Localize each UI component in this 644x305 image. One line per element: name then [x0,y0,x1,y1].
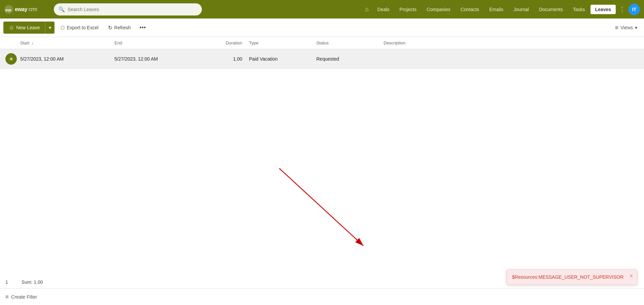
search-bar[interactable]: 🔍 [54,3,202,15]
new-leave-dropdown-button[interactable]: ▾ [45,22,55,34]
nav-links: ⌂ Deals Projects Companies Contacts Emai… [362,4,640,15]
new-leave-button[interactable]: ☺ New Leave [3,22,45,34]
nav-more-button[interactable]: ⋮ [616,4,628,15]
col-header-end[interactable]: End [114,40,209,45]
table-header: Start ↓ End Duration Type Status Descrip… [0,37,644,49]
nav-emails[interactable]: Emails [485,5,508,14]
nav-companies[interactable]: Companies [422,5,455,14]
notification-close-button[interactable]: × [630,273,633,279]
create-filter-button[interactable]: ≡ Create Filter [5,294,37,300]
cell-duration: 1.00 [209,56,249,62]
svg-line-3 [279,168,363,246]
cell-start: 5/27/2023, 12:00 AM [20,56,114,62]
refresh-button[interactable]: ↻ Refresh [105,22,134,34]
record-count: 1 [5,279,8,285]
notification-message: $Resources:MESSAGE_USER_NOT_SUPERVISOR [512,274,623,280]
filter-lines-icon: ≡ [5,294,8,300]
col-header-status[interactable]: Status [316,40,384,45]
export-icon: ⬡ [61,25,65,30]
filter-bar: ≡ Create Filter [0,288,644,305]
annotation-arrow [276,165,370,252]
views-chevron-icon: ▾ [635,25,637,30]
col-header-type[interactable]: Type [249,40,316,45]
nav-documents[interactable]: Documents [534,5,568,14]
col-header-start[interactable]: Start ↓ [20,40,114,45]
row-icon: ☀ [5,53,17,65]
more-options-button[interactable]: ••• [137,23,149,33]
nav-tasks[interactable]: Tasks [568,5,590,14]
logo-text: eway crm [15,6,37,12]
sun-icon: ☀ [9,56,13,62]
lines-icon: ≡ [615,24,618,31]
nav-deals[interactable]: Deals [373,5,394,14]
home-nav-item[interactable]: ⌂ [362,4,372,15]
chevron-down-icon: ▾ [49,25,51,30]
nav-leaves[interactable]: Leaves [591,5,616,14]
new-leave-button-group: ☺ New Leave ▾ [3,22,55,34]
nav-contacts[interactable]: Contacts [456,5,484,14]
sort-icon: ↓ [31,41,33,45]
notification-toast: $Resources:MESSAGE_USER_NOT_SUPERVISOR × [506,269,637,285]
toolbar: ☺ New Leave ▾ ⬡ Export to Excel ↻ Refres… [0,19,644,37]
col-header-description[interactable]: Description [384,40,639,45]
cell-type: Paid Vacation [249,56,316,62]
avatar[interactable]: IT [629,4,640,15]
ellipsis-icon: ••• [140,24,146,31]
nav-journal[interactable]: Journal [509,5,534,14]
cell-end: 5/27/2023, 12:00 AM [114,56,209,62]
refresh-icon: ↻ [108,25,112,31]
cell-status: Requested [316,56,384,62]
sum-value: Sum: 1.00 [22,279,43,285]
export-to-excel-button[interactable]: ⬡ Export to Excel [57,22,102,34]
svg-text:ew: ew [5,7,11,12]
home-icon: ⌂ [365,6,369,12]
views-button[interactable]: ≡ Views ▾ [611,22,641,33]
top-navigation: ew eway crm 🔍 ⌂ Deals Projects Companies… [0,0,644,19]
col-header-duration[interactable]: Duration [209,40,249,45]
smiley-icon: ☺ [9,25,14,31]
nav-projects[interactable]: Projects [395,5,421,14]
search-icon: 🔍 [59,6,65,12]
logo[interactable]: ew eway crm [4,5,51,14]
search-input[interactable] [68,7,197,12]
table-row[interactable]: ☀ 5/27/2023, 12:00 AM 5/27/2023, 12:00 A… [0,49,644,69]
